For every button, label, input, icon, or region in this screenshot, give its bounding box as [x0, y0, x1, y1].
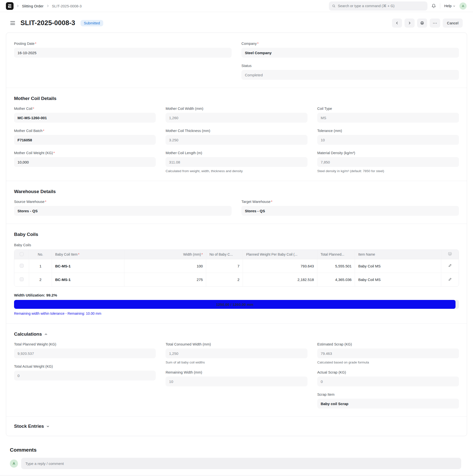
mother-coil-length-input: 311.08	[166, 157, 307, 167]
user-avatar[interactable]: A	[459, 2, 467, 10]
cancel-button[interactable]: Cancel	[443, 18, 463, 28]
coil-type-label: Coil Type	[317, 107, 332, 111]
comments-title: Comments	[10, 447, 463, 453]
edit-row-button[interactable]	[448, 264, 452, 267]
mother-coil-width-input: 1,260	[166, 113, 307, 123]
total-consumed-width-field: Total Consumed Width (mm) 1,250 Sum of a…	[166, 342, 307, 364]
notifications-button[interactable]	[431, 4, 436, 8]
row-no: 2	[29, 273, 52, 286]
mother-coil-batch-input[interactable]: F716058	[14, 135, 156, 145]
source-warehouse-label: Source Warehouse	[14, 200, 45, 204]
navbar-right: Help A	[329, 1, 467, 11]
total-actual-weight-input: 0	[14, 371, 156, 380]
target-warehouse-input[interactable]: Stores - QS	[241, 206, 459, 216]
mother-coil-width-field: Mother Coil Width (mm) 1,260	[166, 107, 307, 123]
required-marker: *	[78, 252, 79, 256]
required-marker: *	[45, 200, 47, 204]
row-no: 1	[29, 259, 52, 273]
mother-coil-batch-field: Mother Coil Batch* F716058	[14, 129, 156, 145]
erpnext-logo-icon	[8, 4, 12, 8]
print-button[interactable]	[417, 18, 427, 28]
width-utilization-bar-text: 1250.00 / 1260.00 mm	[216, 302, 253, 306]
total-planned-weight-field: Total Planned Weight (KG) 9,920.537	[14, 342, 156, 358]
table-settings-button[interactable]	[448, 252, 452, 256]
width-cell[interactable]: 100	[124, 259, 206, 273]
help-menu[interactable]: Help	[444, 4, 455, 8]
column-no-of-baby-coils: No of Baby C...	[206, 250, 243, 259]
baby-coils-title: Baby Coils	[14, 232, 459, 237]
required-marker: *	[35, 42, 36, 46]
baby-coil-item-cell[interactable]: BC-MS-1	[55, 264, 71, 268]
more-actions-button[interactable]: ⋯	[430, 18, 440, 28]
status-field: Status Completed	[241, 64, 459, 80]
column-item-name: Item Name	[355, 250, 441, 259]
no-of-baby-coils-cell[interactable]: 2	[206, 273, 243, 286]
company-input[interactable]: Steel Company	[241, 48, 459, 58]
breadcrumb-parent[interactable]: Slitting Order	[22, 4, 44, 8]
edit-row-button[interactable]	[448, 277, 452, 281]
page-header: SLIT-2025-0008-3 Submitted ⋯ Cancel	[0, 12, 473, 33]
printer-icon	[420, 21, 424, 25]
calculations-title[interactable]: Calculations	[14, 331, 459, 337]
estimated-scrap-help: Calculated based on grade formula	[317, 360, 459, 364]
navbar: Slitting Order SLIT-2025-0008-3 Help A	[0, 0, 473, 12]
column-planned-weight-per-coil: Planned Weight Per Baby Coil (...	[243, 250, 317, 259]
width-utilization-bar: 1250.00 / 1260.00 mm	[14, 300, 459, 309]
navbar-divider	[440, 3, 440, 9]
ellipsis-icon: ⋯	[433, 21, 437, 25]
mother-coil-length-help: Calculated from weight, width, thickness…	[166, 169, 307, 173]
scrap-item-label: Scrap Item	[317, 392, 334, 396]
posting-date-label: Posting Date	[14, 42, 35, 46]
actual-scrap-label: Actual Scrap (KG)	[317, 370, 346, 374]
global-search[interactable]	[329, 1, 427, 11]
status-label: Status	[241, 64, 251, 68]
source-warehouse-input[interactable]: Stores - QS	[14, 206, 232, 216]
material-density-field: Material Density (kg/m³) 7,850 Steel den…	[317, 151, 459, 173]
baby-coils-table: No. Baby Coil Item* Width (mm)* No of Ba…	[14, 249, 459, 287]
estimated-scrap-label: Estimated Scrap (KG)	[317, 342, 352, 346]
next-document-button[interactable]	[404, 18, 415, 28]
no-of-baby-coils-cell[interactable]: 7	[206, 259, 243, 273]
baby-coil-item-cell[interactable]: BC-MS-1	[55, 277, 71, 282]
document-form: Posting Date* 16-10-2025 Company* Steel …	[6, 33, 467, 436]
comment-input[interactable]	[21, 458, 461, 469]
posting-date-field: Posting Date* 16-10-2025	[14, 42, 232, 58]
tolerance-field: Tolerance (mm) 10	[317, 129, 459, 145]
total-consumed-width-help: Sum of all baby coil widths	[166, 360, 307, 364]
page-title: SLIT-2025-0008-3	[20, 19, 75, 27]
previous-document-button[interactable]	[392, 18, 402, 28]
required-marker: *	[53, 151, 55, 155]
section-calculations: Calculations Total Planned Weight (KG) 9…	[6, 323, 467, 416]
select-all-checkbox[interactable]	[20, 252, 24, 256]
table-row[interactable]: 1 BC-MS-1 100 7 793.643 5,555.501 Baby C…	[14, 259, 459, 273]
mother-coil-field: Mother Coil* MC-MS-1260-001	[14, 107, 156, 123]
posting-date-input[interactable]: 16-10-2025	[14, 48, 232, 58]
total-planned-weight-label: Total Planned Weight (KG)	[14, 342, 56, 346]
tolerance-input: 10	[317, 135, 459, 145]
bottom-divider	[0, 475, 473, 476]
stock-entries-title[interactable]: Stock Entries	[14, 424, 459, 429]
comment-avatar: A	[10, 459, 18, 468]
row-checkbox[interactable]	[20, 264, 24, 268]
scrap-item-input[interactable]: Baby coil Scrap	[317, 399, 459, 408]
width-cell[interactable]: 275	[124, 273, 206, 286]
pencil-icon	[448, 277, 452, 281]
remaining-width-field: Remaining Width (mm) 10	[166, 370, 307, 386]
actual-scrap-input: 0	[317, 376, 459, 386]
mother-coil-thickness-label: Mother Coil Thickness (mm)	[166, 129, 210, 133]
search-input[interactable]	[338, 4, 424, 8]
sidebar-toggle-button[interactable]	[10, 20, 16, 26]
status-badge: Submitted	[81, 20, 103, 26]
app-logo[interactable]	[6, 2, 14, 10]
row-checkbox[interactable]	[20, 277, 24, 281]
mother-coil-input[interactable]: MC-MS-1260-001	[14, 113, 156, 123]
section-warehouse-details: Warehouse Details Source Warehouse* Stor…	[6, 181, 467, 224]
warehouse-details-title: Warehouse Details	[14, 189, 459, 194]
table-row[interactable]: 2 BC-MS-1 275 2 2,182.518 4,365.036 Baby…	[14, 273, 459, 286]
actual-scrap-field: Actual Scrap (KG) 0	[317, 370, 459, 386]
total-actual-weight-label: Total Actual Weight (KG)	[14, 364, 53, 368]
item-name-cell: Baby Coil MS	[355, 259, 441, 273]
mother-coil-weight-input[interactable]: 10,000	[14, 157, 156, 167]
mother-coil-length-label: Mother Coil Length (m)	[166, 151, 202, 155]
pencil-icon	[448, 264, 452, 267]
